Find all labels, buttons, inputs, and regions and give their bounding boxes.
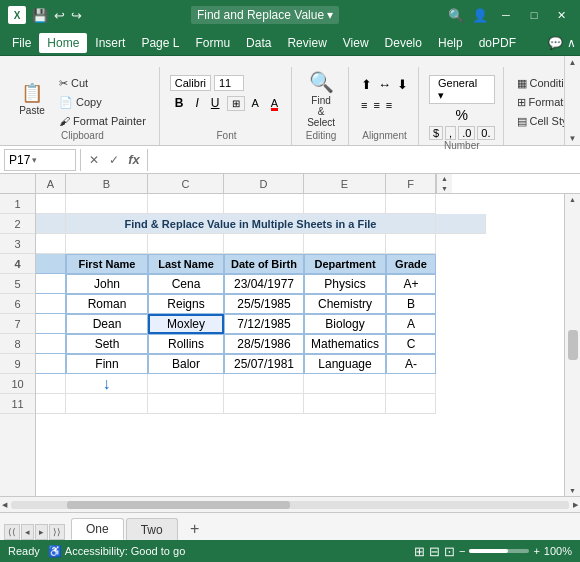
cell-e11[interactable]: [304, 394, 386, 414]
search-icon[interactable]: 🔍: [448, 8, 464, 23]
cell-e3[interactable]: [304, 234, 386, 254]
minimize-button[interactable]: ─: [496, 5, 516, 25]
scroll-down-arrow[interactable]: ▼: [441, 185, 448, 192]
cell-f5[interactable]: A+: [386, 274, 436, 294]
cell-e5[interactable]: Physics: [304, 274, 386, 294]
cell-e4-header[interactable]: Department: [304, 254, 386, 274]
cell-e1[interactable]: [304, 194, 386, 214]
align-bottom-button[interactable]: ⬇: [395, 75, 410, 94]
menu-developer[interactable]: Develo: [377, 33, 430, 53]
cell-b2-title[interactable]: Find & Replace Value in Multiple Sheets …: [66, 214, 436, 234]
percent-button[interactable]: %: [456, 107, 468, 123]
sheet-tab-one[interactable]: One: [71, 518, 124, 540]
cell-a8[interactable]: [36, 334, 66, 354]
vertical-scroll[interactable]: ▲ ▼: [436, 174, 452, 193]
cell-a1[interactable]: [36, 194, 66, 214]
zoom-slider[interactable]: [469, 549, 529, 553]
cell-f4-header[interactable]: Grade: [386, 254, 436, 274]
cell-c11[interactable]: [148, 394, 224, 414]
scrollbar-thumb[interactable]: [568, 330, 578, 360]
name-box[interactable]: P17 ▾: [4, 149, 76, 171]
underline-button[interactable]: U: [206, 94, 225, 112]
menu-view[interactable]: View: [335, 33, 377, 53]
cell-b1[interactable]: [66, 194, 148, 214]
h-scroll-right[interactable]: ▶: [573, 501, 578, 509]
menu-dopdf[interactable]: doPDF: [471, 33, 524, 53]
accounting-button[interactable]: $: [429, 126, 443, 140]
cell-c8[interactable]: Rollins: [148, 334, 224, 354]
cell-d8[interactable]: 28/5/1986: [224, 334, 304, 354]
sheet-nav-prev[interactable]: ◂: [21, 524, 34, 540]
cell-f8[interactable]: C: [386, 334, 436, 354]
ribbon-collapse-icon[interactable]: 💬: [548, 36, 563, 50]
cell-c10[interactable]: [148, 374, 224, 394]
align-left-button[interactable]: ≡: [359, 97, 369, 113]
cell-a9[interactable]: [36, 354, 66, 374]
copy-button[interactable]: 📄 Copy: [54, 94, 151, 111]
cell-e10[interactable]: [304, 374, 386, 394]
cell-a6[interactable]: [36, 294, 66, 314]
cell-c7-highlighted[interactable]: Moxley: [148, 314, 224, 334]
menu-formulas[interactable]: Formu: [187, 33, 238, 53]
comments-icon[interactable]: ∧: [567, 36, 576, 50]
sheet-nav-next[interactable]: ▸: [35, 524, 48, 540]
align-center-button[interactable]: ≡: [371, 97, 381, 113]
view-layout-icon[interactable]: ⊟: [429, 544, 440, 559]
cell-c3[interactable]: [148, 234, 224, 254]
view-normal-icon[interactable]: ⊞: [414, 544, 425, 559]
cell-f1[interactable]: [386, 194, 436, 214]
border-button[interactable]: ⊞: [227, 96, 245, 111]
undo-icon[interactable]: ↩: [54, 8, 65, 23]
cell-b9[interactable]: Finn: [66, 354, 148, 374]
menu-insert[interactable]: Insert: [87, 33, 133, 53]
scrollbar-up[interactable]: ▲: [569, 196, 576, 203]
cell-d4-header[interactable]: Date of Birth: [224, 254, 304, 274]
h-scrollbar-thumb[interactable]: [67, 501, 290, 509]
redo-icon[interactable]: ↪: [71, 8, 82, 23]
title-dropdown[interactable]: Find and Replace Value ▾: [191, 6, 339, 24]
cell-c9[interactable]: Balor: [148, 354, 224, 374]
menu-page-layout[interactable]: Page L: [133, 33, 187, 53]
decrease-decimal-button[interactable]: 0.: [477, 126, 494, 140]
menu-data[interactable]: Data: [238, 33, 279, 53]
cell-d7[interactable]: 7/12/1985: [224, 314, 304, 334]
menu-file[interactable]: File: [4, 33, 39, 53]
cell-b4-header[interactable]: First Name: [66, 254, 148, 274]
cell-a3[interactable]: [36, 234, 66, 254]
cell-b11[interactable]: [66, 394, 148, 414]
cell-c1[interactable]: [148, 194, 224, 214]
function-icon[interactable]: fx: [125, 151, 143, 169]
align-middle-button[interactable]: ↔: [376, 75, 393, 94]
cut-button[interactable]: ✂ Cut: [54, 75, 151, 92]
cell-a4[interactable]: [36, 254, 66, 274]
bold-button[interactable]: B: [170, 94, 189, 112]
sheet-nav-first[interactable]: ⟨⟨: [4, 524, 20, 540]
cancel-icon[interactable]: ✕: [85, 151, 103, 169]
align-top-button[interactable]: ⬆: [359, 75, 374, 94]
cell-e7[interactable]: Biology: [304, 314, 386, 334]
font-color-button[interactable]: A: [266, 95, 283, 111]
cell-d11[interactable]: [224, 394, 304, 414]
close-button[interactable]: ✕: [552, 5, 572, 25]
view-pagebreak-icon[interactable]: ⊡: [444, 544, 455, 559]
format-painter-button[interactable]: 🖌 Format Painter: [54, 113, 151, 129]
cell-b8[interactable]: Seth: [66, 334, 148, 354]
cell-a10[interactable]: [36, 374, 66, 394]
cell-b10-arrow[interactable]: ↓: [66, 374, 148, 394]
scrollbar-down[interactable]: ▼: [569, 487, 576, 494]
cell-d5[interactable]: 23/04/1977: [224, 274, 304, 294]
menu-help[interactable]: Help: [430, 33, 471, 53]
menu-review[interactable]: Review: [279, 33, 334, 53]
zoom-in-button[interactable]: +: [533, 545, 539, 557]
cell-d10[interactable]: [224, 374, 304, 394]
maximize-button[interactable]: □: [524, 5, 544, 25]
cell-f3[interactable]: [386, 234, 436, 254]
cell-c5[interactable]: Cena: [148, 274, 224, 294]
scroll-up-arrow[interactable]: ▲: [441, 175, 448, 182]
cell-d9[interactable]: 25/07/1981: [224, 354, 304, 374]
cell-d1[interactable]: [224, 194, 304, 214]
cell-f11[interactable]: [386, 394, 436, 414]
save-icon[interactable]: 💾: [32, 8, 48, 23]
cell-b6[interactable]: Roman: [66, 294, 148, 314]
cell-c4-header[interactable]: Last Name: [148, 254, 224, 274]
